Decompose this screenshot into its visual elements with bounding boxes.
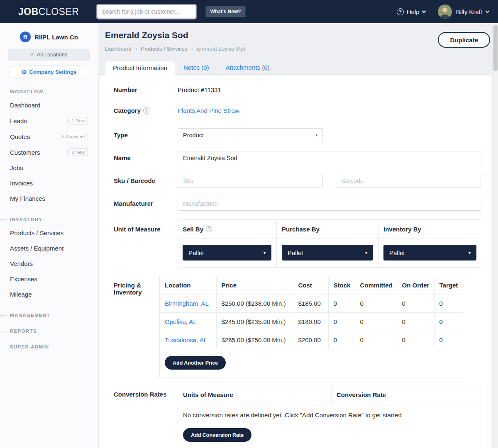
cost-cell: $180.00 [293,313,328,331]
breadcrumb-products-services[interactable]: Products / Services [141,46,187,52]
sidebar-item-leads[interactable]: Leads 1 New [0,113,98,129]
sidebar-item-label: Vendors [10,260,33,267]
inventory-by-select[interactable]: Pallet ▾ [383,245,476,261]
cost-cell: $200.00 [293,331,328,349]
sidebar-item-label: Assets / Equipment [10,245,63,252]
product-information-card: Number Product #11331 Category ? Plants … [98,74,492,448]
user-name: Billy Kraft [456,8,482,15]
help-icon[interactable]: ? [143,107,149,114]
pricing-inventory-label: Pricing & Inventory [114,276,159,296]
column-header: Target [434,276,464,295]
barcode-input[interactable] [336,174,481,188]
location-link[interactable]: Tuscaloosa, AL [165,336,207,343]
breadcrumb-dashboard[interactable]: Dashboard [105,46,132,52]
number-label: Number [114,86,178,93]
target-cell: 0 [434,295,464,313]
name-label: Name [114,151,178,161]
caret-down-icon: ▾ [315,133,317,137]
sidebar-item-invoices[interactable]: Invoices [0,175,98,191]
tab-attachments[interactable]: Attachments (0) [217,61,278,74]
column-header: Cost [293,276,328,295]
sidebar-item-expenses[interactable]: Expenses [0,271,98,287]
manufacturer-label: Manufacturer [114,197,178,207]
chevron-down-icon [486,9,490,13]
scrollbar-thumb[interactable] [493,25,498,71]
logo-text-light: CLOSER [39,6,79,17]
sidebar-item-label: Mileage [10,291,32,298]
pricing-inventory-row: Pricing & Inventory Location Price [114,276,481,377]
purchase-by-select[interactable]: Pallet ▾ [282,245,373,261]
inventory-by-heading: Inventory By [378,220,481,239]
add-another-price-button[interactable]: Add Another Price [165,356,226,370]
number-row: Number Product #11331 [114,86,481,93]
type-select[interactable]: Product ▾ [178,128,323,142]
sidebar-item-my-finances[interactable]: My Finances [0,191,98,206]
location-link[interactable]: Birmingham, AL [165,300,209,307]
sidebar-item-dashboard[interactable]: Dashboard [0,97,98,113]
column-header: Price [216,276,293,295]
nav-heading-reports[interactable]: REPORTS [0,329,98,334]
chevron-down-icon [422,9,426,13]
stock-cell: 0 [328,295,355,313]
app-logo[interactable]: JOBCLOSER [18,6,79,17]
conversion-header-row: Units of Measure Conversion Rate [178,385,481,404]
vertical-scrollbar[interactable] [492,23,498,448]
sidebar-item-label: Products / Services [10,229,63,236]
type-select-value: Product [183,132,204,139]
pricing-panel: Location Price Cost Stock Committed On O… [159,276,463,377]
sidebar-item-products-services[interactable]: Products / Services [0,225,98,241]
sidebar-item-mileage[interactable]: Mileage [0,287,98,302]
caret-down-icon: ▾ [264,251,266,255]
nav-heading-super-admin[interactable]: SUPER ADMIN [0,344,98,349]
name-input[interactable] [178,151,481,165]
avatar[interactable] [438,5,452,19]
help-icon[interactable]: ? [206,226,212,232]
sku-barcode-row: Sku / Barcode [114,174,481,188]
sidebar-item-jobs[interactable]: Jobs [0,160,98,175]
sidebar: R RIIPL Lawn Co All Locations ⚙ Company … [0,23,98,448]
sidebar-item-vendors[interactable]: Vendors [0,256,98,271]
sidebar-item-label: Dashboard [10,102,40,109]
location-link[interactable]: Opelika, AL [165,318,197,325]
add-conversion-rate-button[interactable]: Add Conversion Rate [183,428,251,442]
sidebar-item-quotes[interactable]: Quotes 8 Accepted [0,129,98,144]
unit-of-measure-row: Unit of Measure Sell By ? Pallet ▾ [114,219,481,268]
duplicate-button[interactable]: Duplicate [438,32,490,48]
sell-by-select[interactable]: Pallet ▾ [183,245,271,261]
breadcrumb-current: Emerald Zoysia Sod [197,46,245,52]
locations-dropdown[interactable]: All Locations [8,49,90,61]
tab-notes[interactable]: Notes (0) [175,61,217,74]
column-header: Location [160,276,216,295]
conversion-empty-state: No conversion rates are defined yet. Cli… [178,404,481,426]
nav-heading-management[interactable]: MANAGEMENT [0,313,98,318]
cost-cell: $185.00 [293,295,328,313]
sidebar-item-assets-equipment[interactable]: Assets / Equipment [0,241,98,256]
type-label: Type [114,128,178,139]
search-input[interactable] [97,5,196,19]
company-name: RIIPL Lawn Co [34,34,78,41]
company-header: R RIIPL Lawn Co [0,23,98,42]
sell-by-column: Sell By ? Pallet ▾ [178,220,276,267]
category-label: Category ? [114,107,178,114]
main-content: Emerald Zoysia Sod Dashboard › Products … [98,23,498,448]
whats-new-button[interactable]: What's New? [205,6,245,17]
nav-heading-workflow: WORKFLOW [0,89,98,94]
sidebar-item-label: My Finances [10,195,45,202]
sku-input[interactable] [178,174,323,188]
sidebar-item-customers[interactable]: Customers 3 New [0,144,98,160]
stock-cell: 0 [328,331,355,349]
sidebar-item-label: Leads [10,117,27,124]
tab-product-information[interactable]: Product Information [105,61,175,75]
caret-down-icon: ▾ [365,251,367,255]
help-menu[interactable]: ? Help [397,8,425,15]
user-menu[interactable]: Billy Kraft [456,8,489,15]
nav-heading-inventory: INVENTORY [0,217,98,222]
target-cell: 0 [434,313,464,331]
company-settings-button[interactable]: ⚙ Company Settings [8,66,90,78]
on-order-cell: 0 [397,295,434,313]
manufacturer-input[interactable] [178,197,481,211]
category-link[interactable]: Plants And Pine Straw [178,107,239,114]
column-header: On Order [397,276,434,295]
conversion-rates-row: Conversion Rates Units of Measure Conver… [114,385,481,448]
sidebar-item-label: Customers [10,149,40,156]
